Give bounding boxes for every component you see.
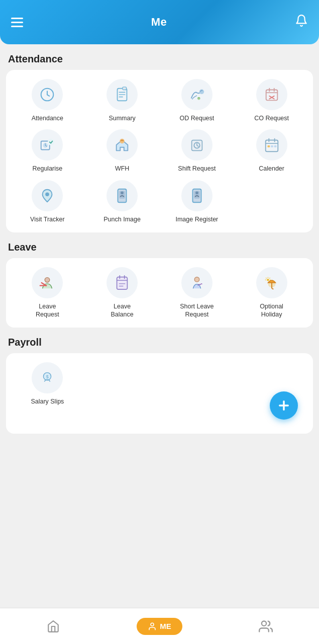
svg-line-50 [266, 278, 266, 278]
image-register-label: Image Register [175, 215, 218, 223]
nav-me-button[interactable]: ME [137, 618, 182, 635]
svg-rect-25 [271, 145, 273, 147]
svg-point-6 [199, 90, 204, 94]
svg-rect-37 [117, 277, 128, 289]
svg-rect-26 [274, 145, 276, 147]
menu-item-leave-balance[interactable]: LeaveBalance [89, 267, 155, 319]
svg-rect-24 [267, 145, 270, 147]
svg-point-30 [121, 191, 124, 194]
optional-holiday-icon [256, 267, 287, 298]
short-leave-icon [181, 267, 212, 298]
hamburger-menu[interactable] [11, 18, 23, 27]
add-fab-button[interactable] [270, 391, 298, 420]
leave-section-title: Leave [8, 242, 311, 253]
od-request-label: OD Request [179, 114, 214, 122]
payroll-section-title: Payroll [8, 337, 311, 348]
svg-rect-8 [266, 90, 277, 101]
nav-home[interactable] [0, 620, 107, 633]
menu-item-wfh[interactable]: WFH [89, 129, 155, 173]
svg-point-34 [45, 277, 50, 282]
salary-slips-label: Salary Slips [31, 397, 64, 406]
menu-item-optional-holiday[interactable]: OptionalHoliday [239, 267, 304, 319]
short-leave-label: Short LeaveRequest [180, 302, 214, 319]
leave-card: LeaveRequest LeaveBalance [6, 258, 313, 328]
shift-request-label: Shift Request [178, 165, 216, 173]
calender-label: Calender [259, 165, 284, 173]
payroll-row: $ Salary Slips [11, 362, 308, 406]
attendance-row-1: Attendance Summary [11, 79, 308, 122]
menu-item-salary-slips[interactable]: $ Salary Slips [15, 362, 80, 406]
co-request-icon [256, 79, 287, 110]
nav-me-label: ME [160, 622, 171, 630]
menu-item-image-register[interactable]: Image Register [164, 180, 230, 223]
svg-point-56 [151, 623, 154, 626]
calender-icon [256, 129, 287, 160]
wfh-label: WFH [115, 165, 129, 173]
od-request-icon [181, 79, 212, 110]
attendance-row-2: Regularise WFH Shift Request [11, 129, 308, 173]
menu-item-leave-request[interactable]: LeaveRequest [15, 267, 80, 319]
menu-item-shift-request[interactable]: Shift Request [164, 129, 230, 173]
attendance-card: Attendance Summary [6, 70, 313, 232]
menu-item-co-request[interactable]: CO Request [239, 79, 304, 122]
regularise-icon [32, 129, 63, 160]
leave-request-label: LeaveRequest [36, 302, 59, 319]
attendance-label: Attendance [32, 114, 63, 122]
svg-point-7 [197, 97, 200, 100]
bottom-navigation: ME [0, 608, 319, 644]
visit-tracker-icon [32, 180, 63, 211]
app-header: Me [0, 0, 319, 44]
svg-line-51 [269, 278, 270, 278]
salary-slips-icon: $ [32, 362, 63, 393]
co-request-label: CO Request [254, 114, 289, 122]
attendance-section-title: Attendance [8, 53, 311, 65]
leave-balance-label: LeaveBalance [111, 302, 134, 319]
header-title: Me [151, 16, 167, 29]
menu-item-short-leave[interactable]: Short LeaveRequest [164, 267, 230, 319]
svg-point-17 [120, 139, 124, 143]
nav-me[interactable]: ME [107, 618, 213, 635]
image-register-icon [181, 180, 212, 211]
payroll-card: $ Salary Slips [6, 353, 313, 434]
optional-holiday-label: OptionalHoliday [260, 302, 283, 319]
bell-icon[interactable] [295, 14, 308, 30]
attendance-row-3: Visit Tracker Punch Image [11, 180, 308, 223]
wfh-icon [107, 129, 138, 160]
svg-point-33 [195, 191, 198, 194]
nav-people[interactable] [212, 619, 319, 633]
leave-row: LeaveRequest LeaveBalance [11, 267, 308, 319]
svg-point-43 [194, 277, 199, 281]
punch-image-icon [107, 180, 138, 211]
menu-item-visit-tracker[interactable]: Visit Tracker [15, 180, 80, 223]
svg-point-16 [48, 139, 54, 145]
summary-label: Summary [109, 114, 135, 122]
summary-icon [107, 79, 138, 110]
menu-item-attendance[interactable]: Attendance [15, 79, 80, 122]
svg-point-46 [267, 279, 269, 281]
leave-balance-icon [107, 267, 138, 298]
menu-item-punch-image[interactable]: Punch Image [89, 180, 155, 223]
visit-tracker-label: Visit Tracker [30, 215, 65, 223]
menu-item-od-request[interactable]: OD Request [164, 79, 230, 122]
regularise-label: Regularise [32, 165, 62, 173]
attendance-icon [32, 79, 63, 110]
menu-item-calender[interactable]: Calender [239, 129, 304, 173]
svg-point-27 [46, 192, 50, 196]
punch-image-label: Punch Image [103, 215, 141, 223]
svg-text:$: $ [46, 374, 49, 379]
shift-request-icon [181, 129, 212, 160]
leave-request-icon [32, 267, 63, 298]
svg-point-57 [262, 621, 266, 625]
svg-rect-5 [123, 87, 127, 90]
menu-item-regularise[interactable]: Regularise [15, 129, 80, 173]
menu-item-summary[interactable]: Summary [89, 79, 155, 122]
